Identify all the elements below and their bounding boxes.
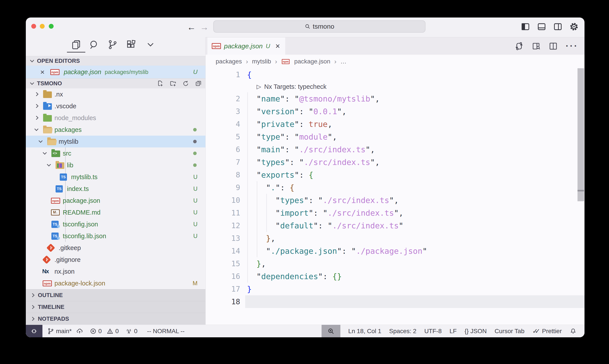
sidebar-section-timeline[interactable]: TIMELINE [26, 301, 205, 313]
formatter-status[interactable]: ✓✓ Prettier [532, 327, 562, 335]
tree-item--nx[interactable]: .nx [26, 88, 205, 100]
breadcrumb-item[interactable]: mytslib [252, 58, 271, 65]
navigate-forward-icon[interactable]: → [200, 22, 209, 32]
code-editor[interactable]: 1{▷Nx Targets: typecheck2"name": "@tsmon… [206, 68, 584, 325]
code-line-18[interactable]: 18 [206, 295, 584, 308]
code-line-16[interactable]: 16"dependencies": {} [206, 270, 584, 283]
line-number[interactable]: 12 [206, 221, 240, 230]
tree-item-readme-md[interactable]: M↓README.mdU [26, 207, 205, 218]
tree-item-src[interactable]: src [26, 147, 205, 159]
new-file-icon[interactable] [157, 80, 164, 87]
additional-views-chevron-icon[interactable] [145, 39, 156, 50]
more-actions-icon[interactable]: ··· [566, 41, 578, 51]
open-editor-item[interactable]: × npm package.json packages/mytslib U [26, 66, 205, 78]
collapse-folders-icon[interactable] [195, 80, 202, 87]
indentation-status[interactable]: Spaces: 2 [389, 328, 416, 335]
code-line-12[interactable]: 12"default": "./src/index.ts" [206, 219, 584, 232]
breadcrumb-item[interactable]: … [340, 58, 347, 65]
code-line-1[interactable]: 1{ [206, 68, 584, 81]
close-tab-icon[interactable]: × [275, 42, 280, 50]
code-line-6[interactable]: 6"main": "./src/index.ts", [206, 143, 584, 156]
minimize-window-button[interactable] [40, 24, 45, 29]
new-folder-icon[interactable] [169, 80, 177, 87]
line-number[interactable]: 9 [206, 183, 240, 192]
refresh-icon[interactable] [182, 80, 189, 87]
eol-status[interactable]: LF [450, 328, 457, 335]
tree-item-nx-json[interactable]: Nxnx.json [26, 266, 205, 277]
line-number[interactable]: 15 [206, 259, 240, 268]
open-editors-header[interactable]: OPEN EDITORS [26, 56, 205, 66]
line-number[interactable]: 1 [206, 70, 240, 79]
breadcrumb-item[interactable]: package.json [294, 58, 330, 65]
notifications-bell-icon[interactable] [570, 328, 577, 335]
zoom-indicator[interactable] [322, 325, 340, 338]
problems-status[interactable]: 0 0 [90, 328, 119, 335]
encoding-status[interactable]: UTF-8 [424, 328, 442, 335]
line-number[interactable]: 16 [206, 272, 240, 281]
ports-status[interactable]: 0 [125, 328, 138, 335]
command-center-search[interactable]: tsmono [213, 20, 426, 33]
code-line-4[interactable]: 4"private": true, [206, 118, 584, 130]
tree-item-package-json[interactable]: npmpackage.jsonU [26, 195, 205, 207]
tree-item--vscode[interactable]: .vscode [26, 100, 205, 112]
sidebar-section-notepads[interactable]: NOTEPADS [26, 313, 205, 325]
code-line-13[interactable]: 13}, [206, 232, 584, 245]
toggle-secondary-sidebar-icon[interactable] [553, 22, 563, 31]
line-number[interactable]: 13 [206, 234, 240, 243]
breadcrumb-item[interactable]: packages [216, 58, 242, 65]
line-number[interactable]: 8 [206, 170, 240, 179]
codelens-nx-targets[interactable]: ▷Nx Targets: typecheck [206, 81, 584, 92]
toggle-primary-sidebar-icon[interactable] [521, 22, 530, 31]
search-view-icon[interactable] [89, 39, 99, 50]
line-number[interactable]: 11 [206, 208, 240, 217]
code-line-10[interactable]: 10"types": "./src/index.ts", [206, 194, 584, 207]
language-status[interactable]: {} JSON [465, 328, 487, 335]
source-control-icon[interactable] [107, 39, 118, 50]
code-line-2[interactable]: 2"name": "@tsmono/mytslib", [206, 92, 584, 105]
run-play-icon[interactable]: ▷ [257, 83, 261, 90]
line-number[interactable]: 10 [206, 196, 240, 205]
code-line-3[interactable]: 3"version": "0.0.1", [206, 105, 584, 118]
tree-item-node-modules[interactable]: node_modules [26, 112, 205, 124]
close-window-button[interactable] [31, 24, 36, 29]
line-number[interactable]: 14 [206, 247, 240, 255]
toggle-panel-icon[interactable] [537, 22, 546, 31]
navigate-back-icon[interactable]: ← [187, 22, 196, 32]
code-line-7[interactable]: 7"types": "./src/index.ts", [206, 156, 584, 169]
open-preview-icon[interactable] [531, 41, 541, 51]
tree-item-packages[interactable]: packages [26, 124, 205, 136]
split-editor-icon[interactable] [549, 41, 558, 51]
remote-indicator[interactable] [26, 325, 42, 338]
code-line-5[interactable]: 5"type": "module", [206, 130, 584, 143]
line-number[interactable]: 2 [206, 94, 240, 103]
line-number[interactable]: 7 [206, 158, 240, 167]
tree-item-lib[interactable]: lib [26, 159, 205, 171]
tree-item--gitignore[interactable]: .gitignore [26, 254, 205, 266]
line-number[interactable]: 5 [206, 132, 240, 141]
explorer-icon[interactable] [71, 39, 81, 50]
code-line-9[interactable]: 9".": { [206, 181, 584, 194]
line-number[interactable]: 6 [206, 145, 240, 154]
line-number[interactable]: 4 [206, 120, 240, 129]
tree-item-mytslib[interactable]: mytslib [26, 136, 205, 147]
code-line-17[interactable]: 17} [206, 283, 584, 295]
tree-item-index-ts[interactable]: TSindex.tsU [26, 183, 205, 195]
open-changes-icon[interactable] [515, 41, 524, 51]
tree-item-tsconfig-lib-json[interactable]: TS✱tsconfig.lib.jsonU [26, 230, 205, 242]
cursor-position-status[interactable]: Ln 18, Col 1 [348, 328, 381, 335]
tree-item-mytslib-ts[interactable]: TSmytslib.tsU [26, 171, 205, 183]
explorer-section-header[interactable]: TSMONO [26, 78, 205, 88]
line-number[interactable]: 17 [206, 285, 240, 293]
scrollbar[interactable] [578, 68, 584, 201]
close-editor-icon[interactable]: × [40, 68, 45, 76]
sidebar-section-outline[interactable]: OUTLINE [26, 289, 205, 301]
extensions-icon[interactable] [126, 39, 137, 50]
git-branch-status[interactable]: main* [47, 328, 83, 335]
tree-item-package-lock-json[interactable]: npmpackage-lock.jsonM [26, 277, 205, 289]
line-number[interactable]: 3 [206, 107, 240, 116]
gear-icon[interactable] [569, 22, 579, 31]
code-line-14[interactable]: 14"./package.json": "./package.json" [206, 245, 584, 257]
code-line-15[interactable]: 15}, [206, 257, 584, 270]
maximize-window-button[interactable] [49, 24, 54, 29]
line-number[interactable]: 18 [206, 297, 240, 306]
